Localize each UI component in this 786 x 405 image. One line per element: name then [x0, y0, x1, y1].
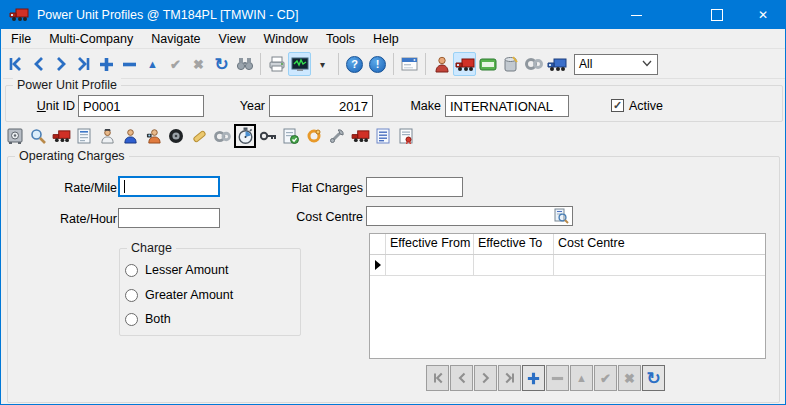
unit-id-field[interactable] — [78, 95, 204, 117]
grid-cell-effective-to[interactable] — [474, 255, 554, 275]
license-plate-button[interactable] — [476, 52, 499, 76]
minimize-button[interactable] — [613, 1, 660, 29]
notes-button[interactable] — [73, 124, 95, 148]
monitor-toggle-button[interactable] — [288, 52, 311, 76]
cost-centre-lookup-button[interactable] — [553, 208, 569, 224]
prior-record-button[interactable] — [26, 52, 49, 76]
carrier-button[interactable] — [545, 52, 568, 76]
active-checkbox[interactable] — [611, 99, 624, 112]
help-button[interactable]: ? — [343, 52, 366, 76]
tire-button[interactable] — [165, 124, 187, 148]
checklist-button[interactable] — [280, 124, 302, 148]
lookup-icon — [553, 208, 569, 224]
radio-greater-amount[interactable]: Greater Amount — [125, 288, 233, 302]
grid-refresh-button[interactable] — [642, 365, 665, 391]
filter-combobox[interactable]: All — [574, 54, 658, 75]
red-truck-icon — [455, 57, 475, 72]
radio-lesser-amount[interactable]: Lesser Amount — [125, 263, 228, 277]
edit-record-button[interactable] — [141, 52, 164, 76]
find-button[interactable] — [233, 52, 256, 76]
blue-truck-icon — [547, 57, 567, 72]
grid-indicator-header — [370, 234, 386, 254]
year-field[interactable] — [269, 95, 373, 117]
make-field[interactable] — [445, 95, 569, 117]
truck-maint-button[interactable] — [349, 124, 371, 148]
grid-header-cost-centre[interactable]: Cost Centre — [554, 234, 765, 254]
truck-app-icon — [9, 7, 29, 23]
last-record-button[interactable] — [72, 52, 95, 76]
monitor-dropdown-button[interactable] — [311, 52, 334, 76]
customer-button[interactable] — [430, 52, 453, 76]
menu-item-help[interactable]: Help — [364, 30, 408, 48]
cost-centre-label: Cost Centre — [267, 210, 363, 224]
safe-button[interactable] — [4, 124, 26, 148]
row-arrow-icon — [375, 260, 381, 270]
rate-hour-label: Rate/Hour — [21, 212, 117, 226]
grid-edit-button[interactable] — [570, 365, 593, 391]
window-title: Power Unit Profiles @ TM184PL [TMWIN - C… — [37, 8, 298, 22]
menu-item-navigate[interactable]: Navigate — [142, 30, 209, 48]
hitch2-button[interactable] — [211, 124, 233, 148]
radio-both[interactable]: Both — [125, 312, 171, 326]
grid-cell-effective-from[interactable] — [386, 255, 474, 275]
refresh-button[interactable] — [210, 52, 233, 76]
maximize-button[interactable] — [694, 1, 740, 29]
grid-header-effective-from[interactable]: Effective From — [386, 234, 474, 254]
rate-mile-field[interactable] — [118, 176, 220, 197]
key-button[interactable] — [257, 124, 279, 148]
cancel-edit-button[interactable] — [187, 52, 210, 76]
menu-bar: File Multi-Company Navigate View Window … — [2, 29, 785, 49]
prior-icon — [456, 372, 467, 384]
close-button[interactable] — [740, 1, 786, 29]
tire-icon — [168, 128, 184, 144]
print-button[interactable] — [265, 52, 288, 76]
operating-charges-button[interactable] — [234, 124, 256, 148]
app-window: Power Unit Profiles @ TM184PL [TMWIN - C… — [0, 0, 786, 405]
certificate-button[interactable] — [395, 124, 417, 148]
flat-charges-field[interactable] — [366, 177, 463, 197]
grid-next-button[interactable] — [474, 365, 497, 391]
menu-item-multi-company[interactable]: Multi-Company — [40, 30, 142, 48]
bandage-button[interactable] — [188, 124, 210, 148]
first-record-button[interactable] — [3, 52, 26, 76]
grid-last-button[interactable] — [498, 365, 521, 391]
menu-item-view[interactable]: View — [210, 30, 255, 48]
power-unit-button[interactable] — [453, 52, 476, 76]
toolbar-separator — [393, 53, 394, 75]
grid-insert-button[interactable] — [522, 365, 545, 391]
minus-icon — [551, 372, 564, 385]
grid-delete-button[interactable] — [546, 365, 569, 391]
officer-button[interactable] — [119, 124, 141, 148]
grid-row[interactable] — [370, 255, 765, 276]
delete-record-button[interactable] — [118, 52, 141, 76]
menu-item-tools[interactable]: Tools — [317, 30, 364, 48]
next-record-button[interactable] — [49, 52, 72, 76]
seal-button[interactable] — [303, 124, 325, 148]
drum-button[interactable] — [499, 52, 522, 76]
about-button[interactable]: ! — [366, 52, 389, 76]
hitch-button[interactable] — [522, 52, 545, 76]
toolbar-separator — [425, 53, 426, 75]
menu-item-window[interactable]: Window — [254, 30, 316, 48]
driver-button[interactable] — [96, 124, 118, 148]
last-icon — [76, 56, 92, 72]
photo-person-button[interactable] — [142, 124, 164, 148]
title-bar[interactable]: Power Unit Profiles @ TM184PL [TMWIN - C… — [1, 1, 785, 29]
wrench-icon — [329, 128, 345, 144]
grid-first-button[interactable] — [426, 365, 449, 391]
grid-cell-cost-centre[interactable] — [554, 255, 765, 275]
menu-item-file[interactable]: File — [2, 30, 40, 48]
grid-header-effective-to[interactable]: Effective To — [474, 234, 554, 254]
post-edit-button[interactable] — [164, 52, 187, 76]
truck-button[interactable] — [50, 124, 72, 148]
grid-prior-button[interactable] — [450, 365, 473, 391]
search-button[interactable] — [27, 124, 49, 148]
grid-cancel-button[interactable] — [618, 365, 641, 391]
wrench-button[interactable] — [326, 124, 348, 148]
form-window-button[interactable] — [398, 52, 421, 76]
cost-centre-field[interactable] — [366, 206, 573, 226]
grid-post-button[interactable] — [594, 365, 617, 391]
rate-hour-field[interactable] — [118, 208, 220, 228]
list-button[interactable] — [372, 124, 394, 148]
insert-record-button[interactable] — [95, 52, 118, 76]
